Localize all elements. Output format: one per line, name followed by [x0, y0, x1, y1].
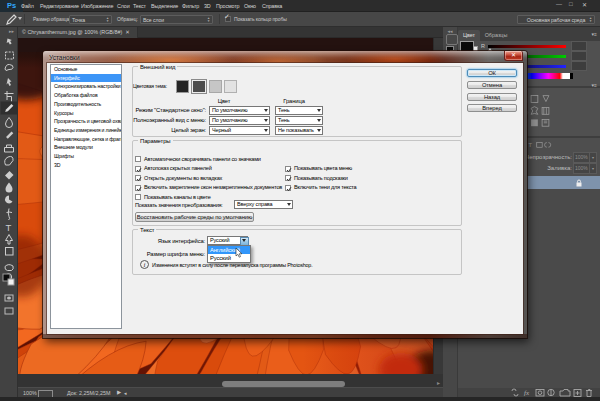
- svg-text:T: T: [6, 222, 12, 233]
- svg-text:fx: fx: [524, 389, 530, 397]
- svg-text:T: T: [528, 141, 532, 148]
